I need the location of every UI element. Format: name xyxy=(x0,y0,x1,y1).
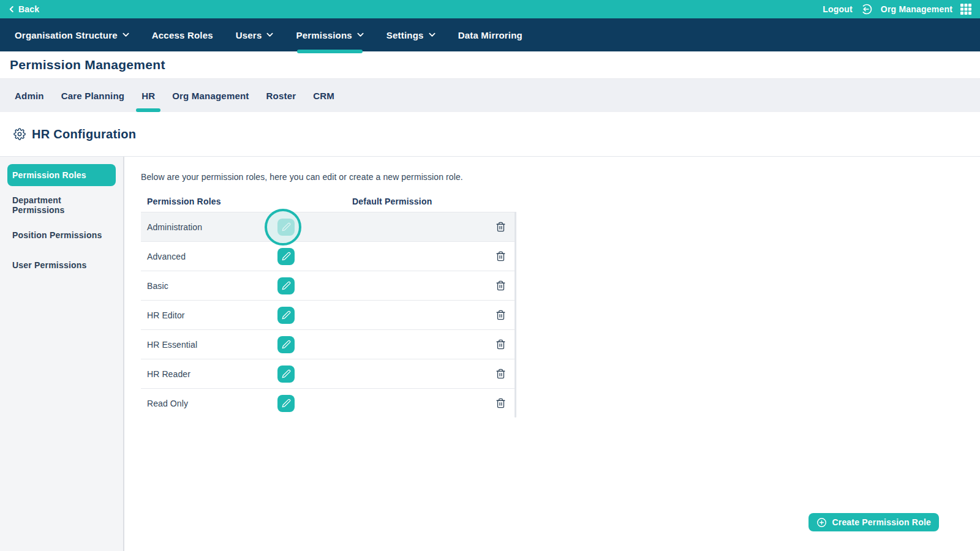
page-body: Permission Roles Department Permissions … xyxy=(0,157,980,551)
edit-role-button[interactable] xyxy=(277,395,295,412)
trash-icon xyxy=(496,368,506,380)
edit-role-button[interactable] xyxy=(277,248,295,265)
chevron-down-icon xyxy=(123,32,129,37)
edit-role-button[interactable] xyxy=(277,219,295,236)
nav-item-permissions[interactable]: Permissions xyxy=(296,18,363,51)
role-name: Basic xyxy=(141,281,277,291)
pencil-icon xyxy=(282,369,291,378)
trash-icon xyxy=(496,250,506,262)
role-name: Read Only xyxy=(141,399,277,408)
pencil-icon xyxy=(282,340,291,349)
permission-management-app: Back Logout Org Management Organisation … xyxy=(0,0,980,551)
delete-role-button[interactable] xyxy=(494,220,507,234)
role-name: HR Editor xyxy=(141,310,277,320)
pencil-icon xyxy=(282,281,291,290)
nav-item-settings[interactable]: Settings xyxy=(386,18,435,51)
trash-icon xyxy=(496,280,506,291)
delete-role-button[interactable] xyxy=(494,308,507,323)
pencil-icon xyxy=(282,222,291,231)
permission-roles-table: Permission Roles Default Permission Admi… xyxy=(141,190,516,418)
create-button-label: Create Permission Role xyxy=(832,517,931,527)
delete-role-button[interactable] xyxy=(494,279,507,293)
pencil-icon xyxy=(282,310,291,320)
tab-label: Org Management xyxy=(172,91,249,101)
sidebar-item-permission-roles[interactable]: Permission Roles xyxy=(0,160,123,190)
table-scrollbar[interactable] xyxy=(514,212,516,418)
main-nav: Organisation Structure Access Roles User… xyxy=(0,18,980,51)
pencil-icon xyxy=(282,399,291,408)
nav-item-access-roles[interactable]: Access Roles xyxy=(152,18,213,51)
sidebar-item-label: User Permissions xyxy=(7,260,86,270)
tab-label: CRM xyxy=(313,91,334,101)
logout-button[interactable]: Logout xyxy=(823,4,853,14)
delete-role-button[interactable] xyxy=(494,396,507,411)
table-row: HR Essential xyxy=(141,329,516,359)
sidebar-item-position-permissions[interactable]: Position Permissions xyxy=(0,220,123,250)
nav-label: Access Roles xyxy=(152,30,213,40)
edit-role-button[interactable] xyxy=(277,277,295,294)
nav-label: Organisation Structure xyxy=(15,30,118,40)
sidebar-item-label: Position Permissions xyxy=(7,230,102,240)
trash-icon xyxy=(496,339,506,350)
module-tabs: Admin Care Planning HR Org Management Ro… xyxy=(0,78,980,112)
tab-label: Care Planning xyxy=(61,91,124,101)
table-row: Basic xyxy=(141,271,516,300)
edit-role-button[interactable] xyxy=(277,365,295,383)
chevron-down-icon xyxy=(266,32,273,37)
chevron-down-icon xyxy=(429,32,435,37)
back-button[interactable]: Back xyxy=(9,4,39,14)
nav-label: Data Mirroring xyxy=(458,30,522,40)
back-label: Back xyxy=(18,4,39,14)
section-title: HR Configuration xyxy=(32,127,136,141)
tab-label: Roster xyxy=(266,91,296,101)
table-row: HR Editor xyxy=(141,300,516,329)
table-row: Read Only xyxy=(141,388,516,418)
role-name: Advanced xyxy=(141,252,277,261)
sidebar-item-label: Permission Roles xyxy=(7,164,116,186)
tab-hr[interactable]: HR xyxy=(141,79,155,112)
nav-item-data-mirroring[interactable]: Data Mirroring xyxy=(458,18,522,51)
tab-label: Admin xyxy=(15,91,44,101)
tab-admin[interactable]: Admin xyxy=(15,79,44,112)
delete-role-button[interactable] xyxy=(494,249,507,264)
sidebar-item-label: Department Permissions xyxy=(7,195,116,215)
nav-item-organisation-structure[interactable]: Organisation Structure xyxy=(15,18,129,51)
table-row: HR Reader xyxy=(141,359,516,388)
delete-role-button[interactable] xyxy=(494,367,507,381)
logout-icon[interactable] xyxy=(861,3,873,15)
tab-roster[interactable]: Roster xyxy=(266,79,296,112)
table-header: Permission Roles Default Permission xyxy=(141,190,516,212)
page-title-band: Permission Management xyxy=(0,51,980,78)
gear-icon xyxy=(13,128,26,140)
top-bar: Back Logout Org Management xyxy=(0,0,980,18)
chevron-down-icon xyxy=(357,32,364,37)
column-header-default-permission: Default Permission xyxy=(352,197,432,206)
trash-icon xyxy=(496,221,506,233)
tab-crm[interactable]: CRM xyxy=(313,79,334,112)
settings-sidebar: Permission Roles Department Permissions … xyxy=(0,157,124,551)
plus-circle-icon xyxy=(816,517,827,528)
pencil-icon xyxy=(282,252,291,261)
table-row: Advanced xyxy=(141,241,516,271)
tab-care-planning[interactable]: Care Planning xyxy=(61,79,124,112)
role-name: HR Essential xyxy=(141,340,277,350)
nav-item-users[interactable]: Users xyxy=(236,18,274,51)
role-name: HR Reader xyxy=(141,369,277,379)
main-content: Below are your permission roles, here yo… xyxy=(124,157,980,551)
edit-role-button[interactable] xyxy=(277,336,295,353)
org-management-label: Org Management xyxy=(881,4,952,14)
trash-icon xyxy=(496,397,506,409)
trash-icon xyxy=(496,309,506,321)
sidebar-item-user-permissions[interactable]: User Permissions xyxy=(0,250,123,280)
table-row: Administration xyxy=(141,212,516,241)
delete-role-button[interactable] xyxy=(494,337,507,352)
create-permission-role-button[interactable]: Create Permission Role xyxy=(809,513,939,531)
apps-grid-icon[interactable] xyxy=(960,4,971,15)
roles-description: Below are your permission roles, here yo… xyxy=(141,172,980,182)
tab-org-management[interactable]: Org Management xyxy=(172,79,249,112)
sidebar-item-department-permissions[interactable]: Department Permissions xyxy=(0,190,123,220)
edit-role-button[interactable] xyxy=(277,307,295,324)
topbar-right-group: Logout Org Management xyxy=(823,3,971,15)
nav-label: Users xyxy=(236,30,262,40)
chevron-left-icon xyxy=(9,6,14,13)
